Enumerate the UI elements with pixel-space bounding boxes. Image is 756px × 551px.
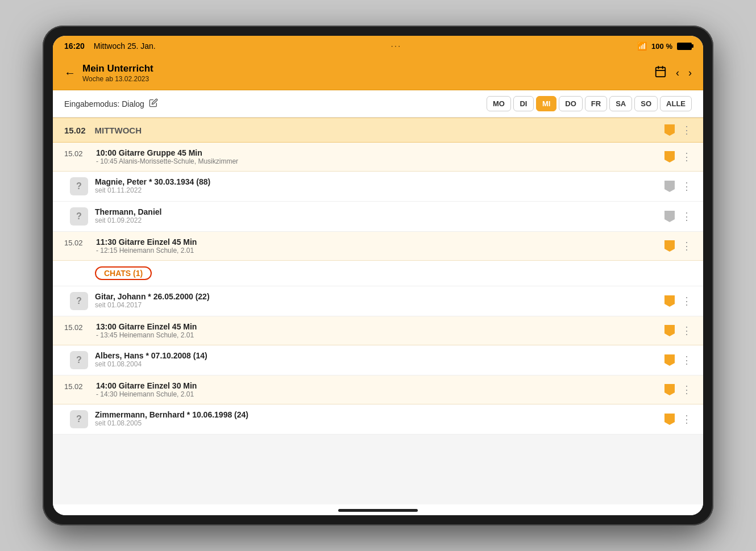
- student-flag-zimmermann: [664, 414, 675, 425]
- student-menu-zimmermann[interactable]: ⋮: [682, 413, 692, 425]
- lesson-title-2: 11:30 Gitarre Einzel 45 Min: [96, 237, 197, 247]
- lesson-info-3: 13:00 Gitarre Einzel 45 Min - 13:45 Hein…: [96, 322, 197, 339]
- lesson-right-4: ⋮: [664, 383, 692, 396]
- home-bar: [338, 509, 418, 512]
- day-btn-fr[interactable]: FR: [585, 96, 607, 111]
- avatar-thermann: ?: [70, 207, 88, 226]
- tablet-screen: 16:20 Mittwoch 25. Jan. ··· 📶 100 % ← Me…: [53, 36, 703, 515]
- prev-button[interactable]: ‹: [676, 67, 679, 79]
- back-button[interactable]: ←: [64, 66, 76, 80]
- wifi-icon: 📶: [637, 41, 647, 51]
- day-nav-bar: Eingabemodus: Dialog MO DI MI DO FR SA S…: [53, 90, 703, 118]
- lesson-menu-1[interactable]: ⋮: [682, 151, 692, 163]
- student-menu-thermann[interactable]: ⋮: [682, 210, 692, 223]
- lesson-menu-3[interactable]: ⋮: [682, 324, 692, 337]
- student-flag-albers: [664, 354, 675, 366]
- student-menu-albers[interactable]: ⋮: [682, 354, 692, 366]
- student-info-thermann: Thermann, Daniel seit 01.09.2022: [95, 207, 161, 224]
- student-menu-magnie[interactable]: ⋮: [682, 180, 692, 193]
- student-since-thermann: seit 01.09.2022: [95, 216, 161, 224]
- student-info-zimmermann: Zimmermann, Bernhard * 10.06.1998 (24) s…: [95, 410, 248, 427]
- student-row-zimmermann: ? Zimmermann, Bernhard * 10.06.1998 (24)…: [53, 404, 703, 435]
- app-subtitle: Woche ab 13.02.2023: [82, 75, 153, 83]
- student-menu-gitar[interactable]: ⋮: [682, 295, 692, 307]
- lesson-right-3: ⋮: [664, 324, 692, 337]
- lesson-menu-2[interactable]: ⋮: [682, 240, 692, 252]
- next-button[interactable]: ›: [688, 67, 692, 79]
- lesson-flag-icon-1: [664, 151, 675, 162]
- lesson-date-1: 15.02: [64, 148, 87, 158]
- lesson-subtitle-4: - 14:30 Heinemann Schule, 2.01: [96, 390, 197, 398]
- student-right-zimmermann: ⋮: [664, 413, 692, 425]
- lesson-menu-4[interactable]: ⋮: [682, 383, 692, 396]
- lesson-subtitle-1: - 10:45 Alanis-Morissette-Schule, Musikz…: [96, 157, 238, 165]
- lesson-title-1: 10:00 Gitarre Gruppe 45 Min: [96, 148, 238, 157]
- lesson-info-1: 10:00 Gitarre Gruppe 45 Min - 10:45 Alan…: [96, 148, 238, 165]
- section-day: MITTWOCH: [95, 126, 142, 135]
- day-buttons: MO DI MI DO FR SA SO ALLE: [487, 96, 692, 111]
- lesson-right-1: ⋮: [664, 151, 692, 163]
- student-name-albers: Albers, Hans * 07.10.2008 (14): [95, 351, 207, 360]
- lesson-date-3: 15.02: [64, 322, 87, 332]
- lesson-subtitle-2: - 12:15 Heinemann Schule, 2.01: [96, 247, 197, 254]
- lesson-title-3: 13:00 Gitarre Einzel 45 Min: [96, 322, 197, 331]
- student-row-albers: ? Albers, Hans * 07.10.2008 (14) seit 01…: [53, 345, 703, 375]
- status-time: 16:20: [64, 41, 85, 51]
- student-left-zimmermann: ? Zimmermann, Bernhard * 10.06.1998 (24)…: [70, 410, 248, 428]
- student-flag-magnie: [664, 181, 675, 192]
- day-btn-mi[interactable]: MI: [536, 96, 556, 111]
- day-btn-do[interactable]: DO: [559, 96, 583, 111]
- lesson-left-3: 15.02 13:00 Gitarre Einzel 45 Min - 13:4…: [64, 322, 197, 339]
- avatar-zimmermann: ?: [70, 410, 88, 428]
- student-right-albers: ⋮: [664, 354, 692, 366]
- eingabe-label: Eingabemodus: Dialog: [64, 99, 144, 108]
- avatar-albers: ?: [70, 351, 88, 369]
- lesson-date-4: 15.02: [64, 381, 87, 391]
- lesson-row-3: 15.02 13:00 Gitarre Einzel 45 Min - 13:4…: [53, 316, 703, 345]
- lesson-date-2: 15.02: [64, 237, 87, 247]
- section-header-right: ⋮: [664, 124, 692, 136]
- day-btn-mo[interactable]: MO: [487, 96, 511, 111]
- student-since-gitar: seit 01.04.2017: [95, 301, 210, 309]
- calendar-icon: [654, 65, 667, 78]
- student-since-magnie: seit 01.11.2022: [95, 186, 210, 194]
- section-header-mittwoch: 15.02 MITTWOCH ⋮: [53, 118, 703, 143]
- status-right: 📶 100 %: [637, 41, 692, 51]
- student-left-magnie: ? Magnie, Peter * 30.03.1934 (88) seit 0…: [70, 177, 210, 195]
- student-info-albers: Albers, Hans * 07.10.2008 (14) seit 01.0…: [95, 351, 207, 368]
- student-name-magnie: Magnie, Peter * 30.03.1934 (88): [95, 177, 210, 186]
- home-indicator: [53, 504, 703, 515]
- student-info-gitar: Gitar, Johann * 26.05.2000 (22) seit 01.…: [95, 292, 210, 309]
- calendar-button[interactable]: [654, 65, 667, 81]
- avatar-gitar: ?: [70, 292, 88, 310]
- lesson-left-4: 15.02 14:00 Gitarre Einzel 30 Min - 14:3…: [64, 381, 197, 398]
- student-since-zimmermann: seit 01.08.2005: [95, 419, 248, 427]
- student-since-albers: seit 01.08.2004: [95, 360, 207, 368]
- section-flag-icon: [664, 124, 675, 136]
- student-right-gitar: ⋮: [664, 295, 692, 307]
- student-row-magnie: ? Magnie, Peter * 30.03.1934 (88) seit 0…: [53, 172, 703, 202]
- student-row-thermann: ? Thermann, Daniel seit 01.09.2022 ⋮: [53, 202, 703, 232]
- student-row-gitar: ? Gitar, Johann * 26.05.2000 (22) seit 0…: [53, 286, 703, 316]
- lesson-right-2: ⋮: [664, 240, 692, 252]
- student-info-magnie: Magnie, Peter * 30.03.1934 (88) seit 01.…: [95, 177, 210, 194]
- day-btn-di[interactable]: DI: [513, 96, 534, 111]
- student-left-thermann: ? Thermann, Daniel seit 01.09.2022: [70, 207, 161, 226]
- lesson-title-4: 14:00 Gitarre Einzel 30 Min: [96, 381, 197, 390]
- day-btn-so[interactable]: SO: [634, 96, 658, 111]
- lesson-info-4: 14:00 Gitarre Einzel 30 Min - 14:30 Hein…: [96, 381, 197, 398]
- lesson-row-1: 15.02 10:00 Gitarre Gruppe 45 Min - 10:4…: [53, 143, 703, 172]
- student-left-albers: ? Albers, Hans * 07.10.2008 (14) seit 01…: [70, 351, 207, 369]
- tablet-frame: 16:20 Mittwoch 25. Jan. ··· 📶 100 % ← Me…: [43, 26, 713, 525]
- status-bar: 16:20 Mittwoch 25. Jan. ··· 📶 100 %: [53, 36, 703, 56]
- day-btn-alle[interactable]: ALLE: [660, 96, 692, 111]
- chats-tag[interactable]: CHATS (1): [95, 266, 152, 280]
- lesson-flag-icon-2: [664, 240, 675, 252]
- section-menu-icon[interactable]: ⋮: [682, 124, 692, 136]
- header-title-block: Mein Unterricht Woche ab 13.02.2023: [82, 63, 153, 82]
- pencil-icon[interactable]: [149, 98, 158, 110]
- lesson-left-1: 15.02 10:00 Gitarre Gruppe 45 Min - 10:4…: [64, 148, 238, 165]
- status-dots: ···: [391, 42, 402, 50]
- app-header: ← Mein Unterricht Woche ab 13.02.2023 ‹ …: [53, 56, 703, 90]
- day-btn-sa[interactable]: SA: [609, 96, 632, 111]
